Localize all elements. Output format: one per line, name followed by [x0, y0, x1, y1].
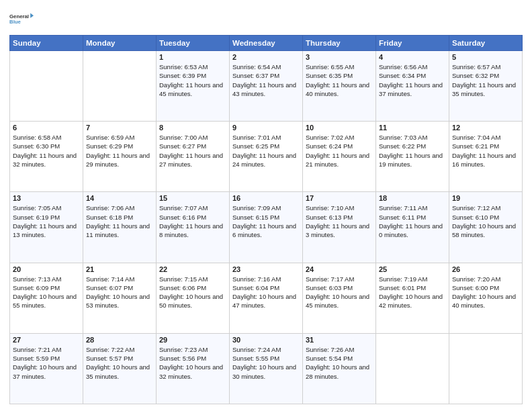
sunset-text: Sunset: 6:04 PM	[232, 283, 300, 292]
header-cell-thursday: Thursday	[303, 36, 376, 51]
day-number: 13	[13, 194, 80, 202]
calendar-body: 1Sunrise: 6:53 AMSunset: 6:39 PMDaylight…	[10, 51, 523, 404]
day-cell: 3Sunrise: 6:55 AMSunset: 6:35 PMDaylight…	[303, 51, 376, 122]
svg-marker-2	[30, 13, 34, 18]
header-row: SundayMondayTuesdayWednesdayThursdayFrid…	[10, 36, 523, 51]
sunrise-text: Sunrise: 7:07 AM	[159, 203, 226, 212]
daylight-text: Daylight: 10 hours and 28 minutes.	[306, 363, 373, 381]
sunset-text: Sunset: 6:27 PM	[159, 142, 226, 150]
sunset-text: Sunset: 6:07 PM	[86, 283, 153, 292]
day-number: 17	[306, 194, 373, 202]
daylight-text: Daylight: 11 hours and 29 minutes.	[86, 151, 153, 169]
sunrise-text: Sunrise: 7:11 AM	[379, 203, 446, 212]
day-number: 6	[13, 124, 80, 132]
sunset-text: Sunset: 6:37 PM	[232, 71, 300, 80]
day-number: 20	[13, 265, 80, 273]
sunrise-text: Sunrise: 7:05 AM	[13, 203, 80, 212]
sunrise-text: Sunrise: 7:26 AM	[306, 345, 373, 354]
sunset-text: Sunset: 6:11 PM	[379, 213, 446, 222]
day-cell: 22Sunrise: 7:15 AMSunset: 6:06 PMDayligh…	[157, 263, 230, 333]
sunrise-text: Sunrise: 6:56 AM	[379, 62, 446, 71]
header-cell-tuesday: Tuesday	[157, 36, 230, 51]
day-cell: 6Sunrise: 6:58 AMSunset: 6:30 PMDaylight…	[10, 122, 83, 192]
day-cell: 14Sunrise: 7:06 AMSunset: 6:18 PMDayligh…	[83, 192, 157, 263]
daylight-text: Daylight: 11 hours and 21 minutes.	[306, 151, 373, 169]
sunset-text: Sunset: 6:09 PM	[13, 283, 80, 292]
daylight-text: Daylight: 10 hours and 35 minutes.	[86, 363, 153, 381]
daylight-text: Daylight: 10 hours and 50 minutes.	[159, 292, 226, 310]
page: General Blue SundayMondayTuesdayWednesda…	[0, 0, 532, 411]
daylight-text: Daylight: 10 hours and 53 minutes.	[86, 292, 153, 310]
sunrise-text: Sunrise: 6:57 AM	[452, 62, 519, 71]
day-number: 11	[379, 124, 446, 132]
day-number: 4	[379, 53, 446, 61]
day-number: 27	[13, 336, 80, 344]
day-number: 30	[232, 336, 300, 344]
sunrise-text: Sunrise: 7:22 AM	[86, 345, 153, 354]
sunset-text: Sunset: 6:22 PM	[379, 142, 446, 150]
header-cell-saturday: Saturday	[449, 36, 523, 51]
sunrise-text: Sunrise: 6:58 AM	[13, 133, 80, 142]
sunset-text: Sunset: 5:59 PM	[13, 354, 80, 363]
sunset-text: Sunset: 6:01 PM	[379, 283, 446, 292]
header-cell-friday: Friday	[376, 36, 449, 51]
daylight-text: Daylight: 11 hours and 11 minutes.	[86, 222, 153, 240]
sunset-text: Sunset: 6:06 PM	[159, 283, 226, 292]
daylight-text: Daylight: 11 hours and 27 minutes.	[159, 151, 226, 169]
day-cell: 21Sunrise: 7:14 AMSunset: 6:07 PMDayligh…	[83, 263, 157, 333]
day-cell: 1Sunrise: 6:53 AMSunset: 6:39 PMDaylight…	[157, 51, 230, 122]
sunrise-text: Sunrise: 7:10 AM	[306, 203, 373, 212]
day-cell: 18Sunrise: 7:11 AMSunset: 6:11 PMDayligh…	[376, 192, 449, 263]
sunset-text: Sunset: 6:35 PM	[306, 71, 373, 80]
sunrise-text: Sunrise: 7:14 AM	[86, 275, 153, 283]
sunrise-text: Sunrise: 7:09 AM	[232, 203, 300, 212]
day-number: 19	[452, 194, 519, 202]
day-number: 21	[86, 265, 153, 273]
svg-text:Blue: Blue	[9, 19, 21, 25]
sunrise-text: Sunrise: 7:15 AM	[159, 275, 226, 283]
header-cell-monday: Monday	[83, 36, 157, 51]
day-number: 3	[306, 53, 373, 61]
sunset-text: Sunset: 6:15 PM	[232, 213, 300, 222]
sunset-text: Sunset: 6:16 PM	[159, 213, 226, 222]
svg-text:General: General	[9, 13, 29, 19]
day-number: 28	[86, 336, 153, 344]
day-cell: 7Sunrise: 6:59 AMSunset: 6:29 PMDaylight…	[83, 122, 157, 192]
day-number: 12	[452, 124, 519, 132]
daylight-text: Daylight: 11 hours and 43 minutes.	[232, 81, 300, 99]
day-number: 23	[232, 265, 300, 273]
week-row-4: 20Sunrise: 7:13 AMSunset: 6:09 PMDayligh…	[10, 263, 523, 333]
sunset-text: Sunset: 6:39 PM	[159, 71, 226, 80]
day-cell: 15Sunrise: 7:07 AMSunset: 6:16 PMDayligh…	[157, 192, 230, 263]
sunset-text: Sunset: 5:55 PM	[232, 354, 300, 363]
sunset-text: Sunset: 6:19 PM	[13, 213, 80, 222]
sunset-text: Sunset: 6:03 PM	[306, 283, 373, 292]
daylight-text: Daylight: 10 hours and 55 minutes.	[13, 292, 80, 310]
sunrise-text: Sunrise: 6:55 AM	[306, 62, 373, 71]
sunrise-text: Sunrise: 7:21 AM	[13, 345, 80, 354]
day-cell: 5Sunrise: 6:57 AMSunset: 6:32 PMDaylight…	[449, 51, 523, 122]
day-cell: 23Sunrise: 7:16 AMSunset: 6:04 PMDayligh…	[230, 263, 303, 333]
day-number: 2	[232, 53, 300, 61]
day-number: 7	[86, 124, 153, 132]
sunset-text: Sunset: 6:29 PM	[86, 142, 153, 150]
day-cell: 27Sunrise: 7:21 AMSunset: 5:59 PMDayligh…	[10, 333, 83, 404]
day-cell: 13Sunrise: 7:05 AMSunset: 6:19 PMDayligh…	[10, 192, 83, 263]
day-cell	[376, 333, 449, 404]
calendar-table: SundayMondayTuesdayWednesdayThursdayFrid…	[9, 35, 523, 404]
week-row-1: 1Sunrise: 6:53 AMSunset: 6:39 PMDaylight…	[10, 51, 523, 122]
sunset-text: Sunset: 6:13 PM	[306, 213, 373, 222]
day-cell	[10, 51, 83, 122]
sunrise-text: Sunrise: 7:00 AM	[159, 133, 226, 142]
sunrise-text: Sunrise: 7:20 AM	[452, 275, 519, 283]
day-number: 22	[159, 265, 226, 273]
header-cell-sunday: Sunday	[10, 36, 83, 51]
daylight-text: Daylight: 11 hours and 13 minutes.	[13, 222, 80, 240]
sunset-text: Sunset: 5:56 PM	[159, 354, 226, 363]
day-cell: 11Sunrise: 7:03 AMSunset: 6:22 PMDayligh…	[376, 122, 449, 192]
daylight-text: Daylight: 10 hours and 47 minutes.	[232, 292, 300, 310]
logo: General Blue	[9, 7, 34, 31]
day-cell: 24Sunrise: 7:17 AMSunset: 6:03 PMDayligh…	[303, 263, 376, 333]
day-cell	[83, 51, 157, 122]
day-cell: 2Sunrise: 6:54 AMSunset: 6:37 PMDaylight…	[230, 51, 303, 122]
